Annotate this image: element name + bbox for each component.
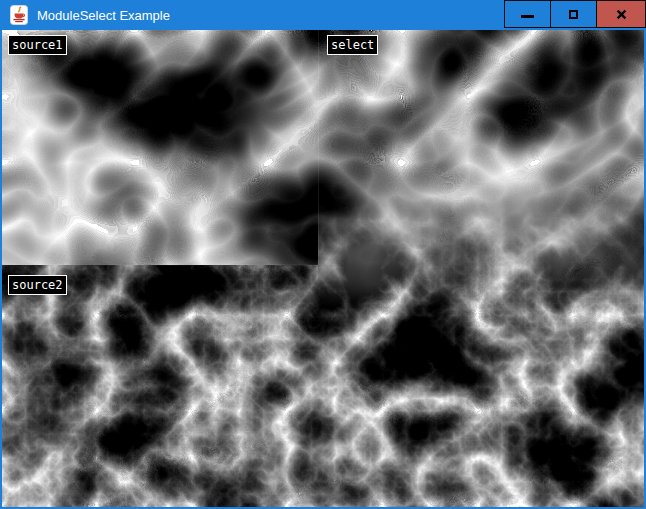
render-area: source1 select source2 (2, 30, 644, 507)
minimize-button[interactable] (504, 0, 551, 28)
source2-label: source2 (8, 275, 67, 295)
source1-image (2, 30, 318, 265)
titlebar[interactable]: ModuleSelect Example (0, 0, 646, 30)
select-label: select (327, 35, 378, 55)
window-title: ModuleSelect Example (37, 8, 170, 23)
maximize-icon (569, 10, 578, 19)
window: ModuleSelect Example (0, 0, 646, 509)
noise-canvas (2, 30, 644, 507)
close-button[interactable] (596, 0, 646, 28)
java-coffee-cup-icon[interactable] (10, 5, 28, 25)
source1-label: source1 (8, 35, 67, 55)
minimize-icon (521, 15, 534, 18)
window-controls (505, 0, 646, 28)
source2-image (2, 265, 318, 507)
maximize-button[interactable] (550, 0, 597, 28)
close-icon (616, 9, 627, 20)
